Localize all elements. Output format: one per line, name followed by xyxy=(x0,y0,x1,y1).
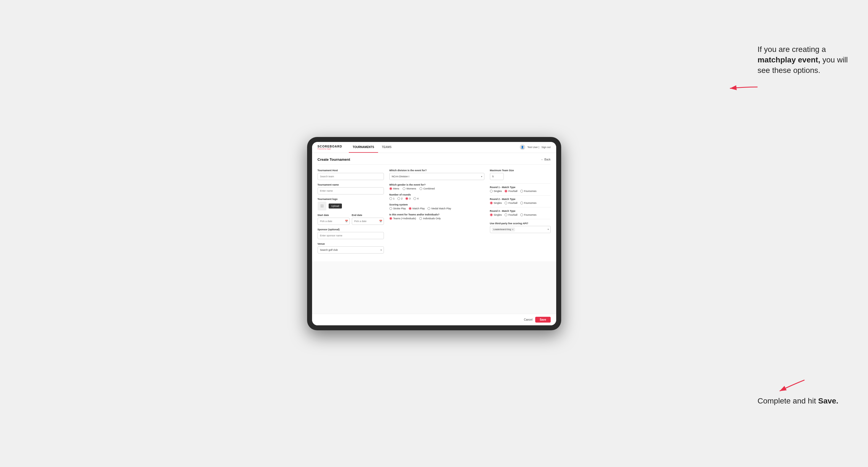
round-2[interactable]: 2 xyxy=(397,197,403,200)
arrow-right-svg xyxy=(727,80,760,94)
scoring-stroke[interactable]: Stroke Play xyxy=(390,207,406,210)
individuals-option[interactable]: Individuals Only xyxy=(419,217,441,220)
teams-radio[interactable] xyxy=(390,217,392,220)
calendar-icon-2: 📅 xyxy=(379,220,382,223)
api-select-wrap[interactable]: Leaderboard King × ▾ xyxy=(490,226,551,233)
division-select[interactable]: NCAA Division I xyxy=(390,173,485,180)
teams-radio-group: Teams (+Individuals) Individuals Only xyxy=(390,217,485,220)
gender-mens-radio[interactable] xyxy=(390,187,392,190)
nav-tab-tournaments[interactable]: TOURNAMENTS xyxy=(349,142,378,153)
scoring-match-radio[interactable] xyxy=(409,207,411,210)
divider-1 xyxy=(490,183,551,184)
calendar-icon: 📅 xyxy=(345,220,348,223)
round-4[interactable]: 4 xyxy=(413,197,419,200)
gender-group: Which gender is the event for? Mens Wome… xyxy=(390,183,485,190)
brand: SCOREBOARD Powered by clippit xyxy=(318,145,342,150)
round2-foursomes[interactable]: Foursomes xyxy=(520,201,536,205)
round1-foursomes-radio[interactable] xyxy=(520,190,523,192)
round-3-radio[interactable] xyxy=(405,197,408,200)
scoring-group: Scoring system Stroke Play Match Play xyxy=(390,203,485,210)
max-team-size-group: Maximum Team Size xyxy=(490,169,551,180)
logo-placeholder-icon: 🖼 xyxy=(318,201,327,211)
annotation-right: If you are creating a matchplay event, y… xyxy=(757,44,851,75)
tournament-name-input[interactable] xyxy=(318,187,384,194)
start-date-label: Start date xyxy=(318,214,350,217)
divider-2 xyxy=(490,195,551,195)
top-nav: SCOREBOARD Powered by clippit TOURNAMENT… xyxy=(312,142,556,153)
upload-button[interactable]: Upload xyxy=(329,204,342,209)
round2-foursomes-radio[interactable] xyxy=(520,201,523,205)
gender-combined[interactable]: Combined xyxy=(420,187,435,190)
round1-singles-radio[interactable] xyxy=(490,190,493,192)
scoring-medal-radio[interactable] xyxy=(428,207,430,210)
round2-fourball[interactable]: Fourball xyxy=(504,201,518,205)
max-team-size-label: Maximum Team Size xyxy=(490,169,551,172)
tournament-logo-label: Tournament logo xyxy=(318,198,384,200)
round1-fourball-radio[interactable] xyxy=(504,190,507,192)
round1-singles[interactable]: Singles xyxy=(490,190,502,192)
venue-select-wrap: Search golf club xyxy=(318,246,384,253)
round2-singles[interactable]: Singles xyxy=(490,201,502,205)
venue-group: Venue Search golf club xyxy=(318,243,384,253)
gender-mens-label: Mens xyxy=(393,187,399,190)
rounds-label: Number of rounds xyxy=(390,193,485,196)
round3-fourball-radio[interactable] xyxy=(504,214,507,216)
round3-foursomes-radio[interactable] xyxy=(520,214,523,216)
end-date-wrap: 📅 xyxy=(352,218,384,225)
round2-match-type: Round 2 - Match Type Singles Fourball xyxy=(490,198,551,205)
round1-foursomes[interactable]: Foursomes xyxy=(520,190,536,192)
teams-option[interactable]: Teams (+Individuals) xyxy=(390,217,416,220)
division-select-wrap: NCAA Division I xyxy=(390,173,485,180)
round-1[interactable]: 1 xyxy=(390,197,395,200)
round-2-radio[interactable] xyxy=(397,197,400,200)
brand-subtitle: Powered by clippit xyxy=(318,148,342,150)
round-3[interactable]: 3 xyxy=(405,197,411,200)
gender-combined-radio[interactable] xyxy=(420,187,422,190)
round-4-radio[interactable] xyxy=(413,197,416,200)
round3-foursomes[interactable]: Foursomes xyxy=(520,214,536,216)
divider-4 xyxy=(490,219,551,219)
end-date-group: End date 📅 xyxy=(352,214,384,225)
save-button[interactable]: Save xyxy=(535,317,550,322)
round2-singles-radio[interactable] xyxy=(490,201,493,205)
scoring-stroke-radio[interactable] xyxy=(390,207,392,210)
venue-label: Venue xyxy=(318,243,384,245)
gender-label: Which gender is the event for? xyxy=(390,183,485,186)
user-name: Test User | xyxy=(527,146,539,149)
round1-fourball[interactable]: Fourball xyxy=(504,190,518,192)
round3-singles-radio[interactable] xyxy=(490,214,493,216)
scoring-match[interactable]: Match Play xyxy=(409,207,425,210)
round1-options: Singles Fourball Foursomes xyxy=(490,190,551,192)
api-tag-close-icon[interactable]: × xyxy=(512,228,514,231)
user-info: 👤 Test User | Sign out xyxy=(520,145,551,150)
round2-fourball-radio[interactable] xyxy=(504,201,507,205)
gender-womens-radio[interactable] xyxy=(403,187,405,190)
divider-3 xyxy=(490,207,551,208)
round3-fourball[interactable]: Fourball xyxy=(504,214,518,216)
gender-womens[interactable]: Womens xyxy=(403,187,416,190)
arrow-bottom-svg xyxy=(774,377,807,394)
venue-select[interactable]: Search golf club xyxy=(318,246,384,253)
cancel-button[interactable]: Cancel xyxy=(524,318,532,321)
signout-link[interactable]: Sign out xyxy=(541,146,550,149)
annotation-bottom-right: Complete and hit Save. xyxy=(757,396,851,406)
nav-tabs: TOURNAMENTS TEAMS xyxy=(349,142,396,153)
sponsor-input[interactable] xyxy=(318,232,384,239)
back-button[interactable]: ← Back xyxy=(541,158,550,161)
gender-womens-label: Womens xyxy=(406,187,416,190)
teams-label: Is this event for Teams and/or Individua… xyxy=(390,213,485,216)
rounds-radio-group: 1 2 3 xyxy=(390,197,485,200)
tournament-host-input[interactable] xyxy=(318,173,384,180)
round-1-radio[interactable] xyxy=(390,197,392,200)
individuals-radio[interactable] xyxy=(419,217,422,220)
nav-tab-teams[interactable]: TEAMS xyxy=(378,142,396,153)
gender-mens[interactable]: Mens xyxy=(390,187,399,190)
form-container: Create Tournament ← Back Tournament Host… xyxy=(312,153,556,261)
max-team-size-input[interactable] xyxy=(490,173,504,180)
gender-combined-label: Combined xyxy=(423,187,435,190)
main-content: Create Tournament ← Back Tournament Host… xyxy=(312,153,556,314)
scoring-medal[interactable]: Medal Match Play xyxy=(428,207,451,210)
date-row: Start date 📅 End date 📅 xyxy=(318,214,384,225)
round3-singles[interactable]: Singles xyxy=(490,214,502,216)
scoring-radio-group: Stroke Play Match Play Medal Match Play xyxy=(390,207,485,210)
